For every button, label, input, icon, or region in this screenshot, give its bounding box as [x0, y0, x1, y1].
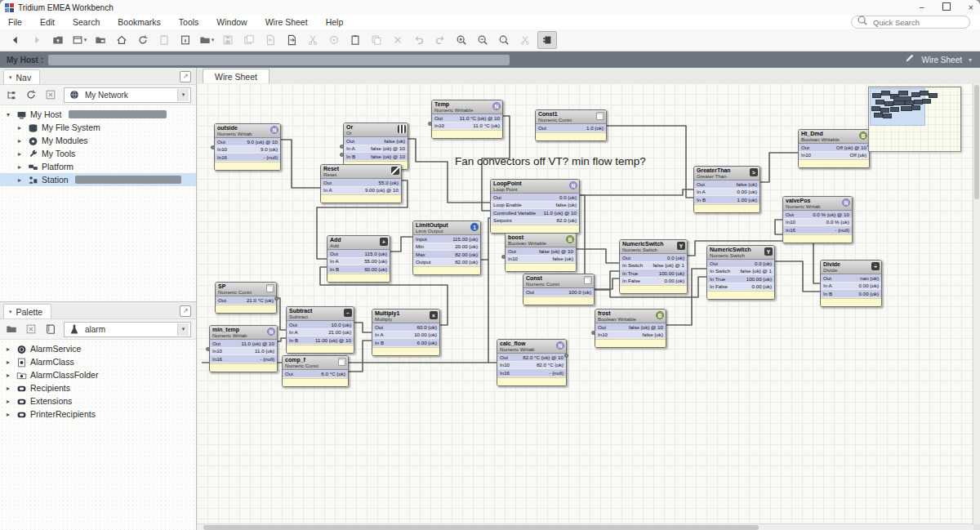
folder-open-icon[interactable] — [5, 323, 18, 336]
zoom-out-button[interactable] — [474, 32, 492, 48]
quick-search-input[interactable] — [871, 17, 956, 28]
xbox-icon[interactable] — [44, 88, 57, 101]
paste-button[interactable] — [346, 32, 364, 48]
block-subtract[interactable]: SubtractSubtract−Out10.0 {ok}In A21.00 {… — [286, 306, 354, 354]
hscroll-handle[interactable] — [203, 525, 759, 530]
edit-pencil-icon[interactable] — [904, 52, 915, 67]
xbox-icon[interactable] — [24, 323, 38, 336]
palette-item-alarmservice[interactable]: ▸AlarmService — [0, 342, 196, 355]
block-greaterthan[interactable]: GreaterThanGreater Than>Outfalse {ok}In … — [693, 166, 760, 213]
block-numericswitch[interactable]: NumericSwitchNumeric SwitchYOut0.0 {ok}I… — [706, 245, 775, 300]
network-select-dropdown-icon[interactable]: ▾ — [177, 89, 189, 101]
tab-wire-sheet[interactable]: Wire Sheet — [203, 69, 270, 83]
menu-search[interactable]: Search — [73, 17, 100, 27]
save-all-button[interactable] — [240, 32, 258, 48]
menu-help[interactable]: Help — [326, 17, 344, 27]
close-button[interactable]: × — [969, 0, 973, 15]
link-button[interactable] — [325, 32, 343, 48]
open-button-dropdown-icon[interactable]: ▾ — [212, 37, 215, 43]
info-button[interactable] — [176, 32, 194, 48]
minimap[interactable] — [868, 87, 961, 152]
menu-window[interactable]: Window — [216, 17, 247, 27]
menu-bookmarks[interactable]: Bookmarks — [118, 17, 161, 27]
palette-item-recipients[interactable]: ▸Recipients — [0, 381, 196, 394]
forward-button[interactable] — [28, 32, 46, 48]
block-temp[interactable]: TempNumeric WritableNOut11.0 °C {ok} @ 1… — [431, 100, 503, 139]
sidebar-item-my-host[interactable]: ▾My Host — [0, 108, 196, 121]
caret-right-icon[interactable]: ▸ — [7, 359, 13, 366]
network-select[interactable]: My Network▾ — [64, 87, 191, 103]
block-limitoutput[interactable]: LimitOutputLimit Output1Input115.00 {ok}… — [412, 220, 481, 275]
wiresheet-canvas[interactable]: Fan convectors off VT? min flow temp? ou… — [197, 83, 980, 530]
recent-views-button[interactable] — [91, 32, 109, 48]
import-button[interactable] — [261, 32, 279, 48]
refresh-button[interactable] — [134, 32, 152, 48]
caret-right-icon[interactable]: ▸ — [18, 163, 24, 171]
caret-right-icon[interactable]: ▸ — [18, 150, 24, 158]
palette-item-extensions[interactable]: ▸Extensions — [0, 394, 196, 408]
block-or[interactable]: OrOrOutfalse {ok}In Afalse {ok} @ 10In B… — [343, 122, 408, 170]
palette-filter-select-dropdown-icon[interactable]: ▾ — [177, 323, 189, 336]
block-ht_dmd[interactable]: Ht_DmdBoolean WritableBOutOff {ok} @ 10I… — [798, 129, 870, 168]
caret-right-icon[interactable]: ▸ — [7, 398, 13, 405]
save-button[interactable] — [219, 32, 237, 48]
zoom-in-button[interactable] — [452, 32, 470, 48]
caret-right-icon[interactable]: ▸ — [18, 137, 24, 145]
block-sp[interactable]: SPNumeric ConstOut21.0 °C {ok} — [215, 282, 277, 314]
copy-button[interactable] — [368, 32, 385, 48]
palette-collapse-icon[interactable]: ▾ — [9, 309, 12, 315]
caret-right-icon[interactable]: ▸ — [7, 372, 13, 379]
undo-button[interactable] — [410, 32, 428, 48]
block-outside[interactable]: outsideNumeric WritabNOut9.0 {ok} @ 10In… — [214, 123, 281, 171]
minimize-button[interactable]: − — [919, 0, 924, 15]
block-add[interactable]: AddAdd+Out115.0 {ok}In A55.00 {ok}In B60… — [327, 235, 390, 283]
sidebar-item-my-modules[interactable]: ▸My Modules — [0, 134, 196, 147]
block-valvepos[interactable]: valvePosNumeric WritabNOut0.0 % {ok} @ 1… — [782, 196, 853, 243]
view-selector[interactable]: Wire Sheet — [922, 56, 962, 65]
home-button[interactable] — [113, 32, 131, 48]
canvas-vscrollbar[interactable] — [973, 83, 980, 524]
quick-search[interactable] — [851, 16, 970, 29]
export-button[interactable] — [283, 32, 301, 48]
palette-popout-icon[interactable]: ↗ — [180, 305, 191, 317]
nav-collapse-icon[interactable]: ▾ — [9, 74, 12, 81]
sidebar-item-my-file-system[interactable]: ▸My File System — [0, 121, 196, 134]
nav-tab[interactable]: ▾ Nav — [3, 69, 40, 84]
palette-item-alarmclassfolder[interactable]: ▸AlarmClassFolder — [0, 368, 196, 381]
palette-item-alarmclass[interactable]: ▸AlarmClass — [0, 355, 196, 368]
block-min_temp[interactable]: min_tempNumeric WritabNOut11.0 {ok} @ 10… — [209, 325, 278, 372]
sidebar-item-station[interactable]: ▸Station — [0, 173, 196, 186]
composite-button[interactable] — [537, 31, 557, 49]
block-numericswitch[interactable]: NumericSwitchNumeric SwitchYOut0.0 {ok}I… — [619, 239, 688, 294]
cut-button[interactable] — [304, 32, 322, 48]
new-window-button-dropdown-icon[interactable]: ▾ — [84, 37, 87, 43]
menu-edit[interactable]: Edit — [40, 17, 55, 27]
block-divide[interactable]: DivideDivide÷Outnan {ok}In A0.00 {ok}In … — [820, 260, 882, 307]
caret-right-icon[interactable]: ▸ — [18, 124, 24, 131]
snip-button[interactable] — [516, 32, 534, 48]
block-comp_f[interactable]: comp_fNumeric ConstOut6.0 °C {ok} — [282, 355, 349, 387]
vscroll-handle[interactable] — [974, 85, 979, 199]
new-window-button[interactable]: ▾ — [70, 32, 88, 48]
back-button[interactable] — [7, 32, 24, 48]
block-calc_flow[interactable]: calc_flowNumeric WritabNOut82.0 °C {ok} … — [497, 339, 567, 386]
view-selector-caret-icon[interactable]: ▾ — [969, 56, 972, 64]
block-const1[interactable]: Const1Numeric ConstOut1.0 {ok} — [535, 109, 607, 141]
up-level-button[interactable] — [49, 32, 67, 48]
block-boost[interactable]: boostBoolean WritableBOutfalse {ok} @ 10… — [505, 233, 577, 272]
sidebar-item-my-tools[interactable]: ▸My Tools — [0, 147, 196, 160]
nav-popout-icon[interactable]: ↗ — [180, 71, 191, 82]
caret-right-icon[interactable]: ▸ — [7, 345, 13, 353]
tree-icon[interactable] — [5, 88, 18, 101]
caret-right-icon[interactable]: ▸ — [7, 385, 13, 392]
book-icon[interactable] — [44, 323, 57, 336]
block-const[interactable]: ConstNumeric ConstOut100.0 {ok} — [523, 274, 595, 305]
palette-item-printerrecipients[interactable]: ▸PrinterRecipients — [0, 408, 196, 421]
open-button[interactable]: ▾ — [198, 32, 216, 48]
caret-right-icon[interactable]: ▸ — [7, 411, 13, 418]
redo-button[interactable] — [431, 32, 449, 48]
restore-button[interactable] — [942, 0, 951, 15]
palette-tab[interactable]: ▾ Palette — [3, 304, 51, 318]
menu-tools[interactable]: Tools — [179, 17, 199, 27]
sidebar-item-platform[interactable]: ▸Platform — [0, 160, 196, 173]
